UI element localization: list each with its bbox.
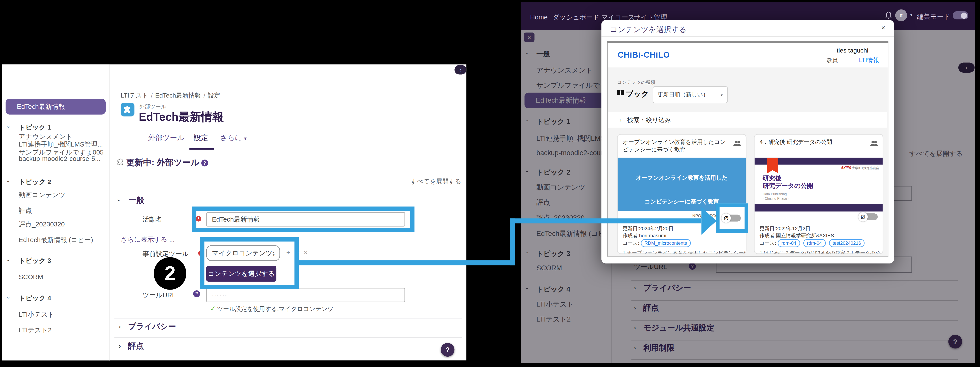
sidebar-item[interactable]: backup-moodle2-course-5... bbox=[19, 155, 100, 162]
annotation-highlight-toggle: ∅ bbox=[716, 203, 748, 233]
show-more-link[interactable]: さらに表示する ... bbox=[121, 235, 175, 244]
card-courses: コース: rdm-04 rdm-04 test20240216 bbox=[759, 239, 867, 247]
activity-name-label: 活動名 bbox=[142, 215, 162, 224]
link-off-icon: ∅ bbox=[721, 214, 731, 223]
modal-title: コンテンツを選択する bbox=[610, 24, 687, 35]
card-title: オープンオンライン教育を活用したコンピテンシーに基づく教育 bbox=[623, 139, 730, 153]
chevron-right-icon[interactable]: › bbox=[119, 342, 121, 349]
lti-info-link[interactable]: LTI情報 bbox=[859, 56, 879, 64]
ribbon-icon bbox=[767, 158, 778, 174]
nav-home[interactable]: Home bbox=[530, 13, 548, 21]
content-card[interactable]: オープンオンライン教育を活用したコンピテンシーに基づく教育 オープンオンライン教… bbox=[617, 134, 746, 254]
expand-all-link[interactable]: すべてを展開する bbox=[410, 177, 461, 186]
content-card[interactable]: 4．研究後 研究データの公開 AXIES 大学ICT推進協議会 研究後研究データ… bbox=[754, 134, 883, 254]
tool-status-text: ✓ツール設定を使用する:マイクロコンテンツ bbox=[210, 305, 334, 314]
card-creator: 作成者:国立情報学研究所&AXIES bbox=[759, 232, 834, 239]
provider-header: CHiBi-CHiLO ties taguchi 教員 LTI情報 bbox=[608, 43, 888, 68]
collapse-drawer-button[interactable]: ‹ bbox=[454, 65, 466, 75]
puzzle-icon bbox=[117, 158, 124, 166]
chevron-down-icon[interactable]: › bbox=[8, 124, 10, 130]
card-updated: 更新日:2022年12月2日 bbox=[759, 225, 810, 232]
tab-more[interactable]: さらに ▾ bbox=[220, 133, 247, 143]
chevron-down-icon: ▾ bbox=[721, 93, 723, 97]
sidebar-topic[interactable]: トピック 4 bbox=[19, 294, 51, 303]
help-icon[interactable]: ? bbox=[201, 160, 208, 166]
chevron-right-icon[interactable]: › bbox=[119, 323, 121, 330]
search-filter-toggle[interactable]: › 検索・絞り込み bbox=[608, 112, 887, 128]
sidebar-topic[interactable]: トピック 1 bbox=[19, 123, 51, 132]
screenshot-stage: アナウンスメント サンプルファイルですよ005 EdTech最新情報 › トピッ… bbox=[0, 0, 980, 367]
active-tab-underline bbox=[189, 148, 214, 150]
section-grade[interactable]: 評点 bbox=[128, 341, 144, 351]
link-off-icon: ∅ bbox=[858, 212, 868, 222]
sidebar-item[interactable]: LTI小テスト bbox=[19, 310, 54, 319]
step-2-badge: 2 bbox=[154, 257, 186, 290]
book-icon bbox=[616, 89, 625, 96]
preset-tool-label: 事前設定ツール bbox=[142, 250, 189, 258]
sidebar-topic[interactable]: トピック 3 bbox=[19, 257, 51, 265]
page-title: EdTech最新情報 bbox=[139, 110, 224, 124]
tab-external-tool[interactable]: 外部ツール bbox=[148, 133, 185, 143]
annotation-arrow-segment bbox=[510, 219, 515, 265]
sidebar-item[interactable]: SCORM bbox=[19, 273, 43, 280]
annotation-arrow-head bbox=[701, 207, 716, 235]
course-chip[interactable]: rdm-04 bbox=[803, 239, 826, 247]
course-chip[interactable]: RDM_microcontents bbox=[641, 239, 691, 247]
avatar[interactable]: tt bbox=[895, 10, 907, 21]
right-moodle-panel: Home ダッシュボード マイコース サイト管理 tt ▾ 編集モード × › … bbox=[521, 2, 975, 363]
card-description: 1 はじめに 2 データの公開可否の決定 2.1 データの公 bbox=[759, 250, 880, 254]
delete-tool-icon[interactable]: × bbox=[304, 249, 307, 256]
chevron-down-icon: ▾ bbox=[244, 136, 247, 142]
toggle-knob bbox=[961, 12, 967, 18]
tab-settings[interactable]: 設定 bbox=[194, 133, 208, 143]
content-type-value: ブック bbox=[626, 89, 649, 99]
nav-dashboard[interactable]: ダッシュボード bbox=[553, 13, 600, 22]
chevron-down-icon[interactable]: › bbox=[8, 178, 10, 185]
sidebar-item[interactable]: EdTech最新情報 (コピー) bbox=[19, 236, 93, 245]
annotation-arrow-segment bbox=[510, 219, 702, 223]
sort-select[interactable]: 更新日順（新しい） ▾ bbox=[652, 86, 727, 103]
tool-url-input[interactable]: · ·· · ··· bbox=[206, 288, 405, 302]
sidebar-item[interactable]: LTIテスト2 bbox=[19, 326, 52, 335]
people-icon bbox=[870, 140, 878, 146]
people-icon bbox=[733, 140, 741, 146]
user-role: 教員 bbox=[827, 57, 838, 64]
link-toggle[interactable]: ∅ bbox=[721, 214, 744, 223]
sidebar-item[interactable]: LTI連携手順_機関LMS管理... bbox=[19, 140, 103, 149]
chevron-down-icon[interactable]: › bbox=[118, 197, 120, 203]
section-privacy[interactable]: プライバシー bbox=[128, 322, 176, 332]
course-index-sidebar: アナウンスメント サンプルファイルですよ005 EdTech最新情報 › トピッ… bbox=[2, 64, 110, 361]
link-toggle[interactable]: ∅ bbox=[858, 212, 881, 222]
bell-icon[interactable] bbox=[885, 11, 893, 19]
external-tool-icon bbox=[121, 103, 134, 116]
card-thumbnail: AXIES 大学ICT推進協議会 研究後研究データの公開 Data Publis… bbox=[754, 158, 883, 211]
card-thumbnail: オープンオンライン教育を活用した コンピテンシーに基づく教育 bbox=[617, 158, 746, 211]
check-icon: ✓ bbox=[210, 305, 216, 312]
axies-logo: AXIES 大学ICT推進協議会 bbox=[841, 166, 879, 169]
edit-mode-toggle[interactable] bbox=[953, 11, 968, 19]
course-chip[interactable]: rdm-04 bbox=[778, 239, 800, 247]
annotation-highlight-select-content bbox=[200, 237, 299, 289]
sidebar-item[interactable]: 動画コンテンツ bbox=[19, 191, 65, 200]
sidebar-item[interactable]: 評点_20230320 bbox=[19, 220, 65, 229]
chevron-down-icon[interactable]: › bbox=[8, 257, 10, 263]
sidebar-item-active[interactable]: EdTech最新情報 bbox=[6, 99, 106, 115]
provider-logo: CHiBi-CHiLO bbox=[617, 50, 670, 60]
chevron-right-icon: › bbox=[619, 117, 622, 123]
help-fab-button[interactable]: ? bbox=[441, 343, 454, 357]
sidebar-item[interactable]: 評点 bbox=[19, 207, 32, 215]
section-general[interactable]: 一般 bbox=[129, 195, 145, 206]
sidebar-topic[interactable]: トピック 2 bbox=[19, 178, 51, 187]
breadcrumb[interactable]: LTIテスト/EdTech最新情報/設定 bbox=[121, 91, 220, 100]
help-icon[interactable]: ? bbox=[193, 290, 200, 297]
course-chip[interactable]: test20240216 bbox=[829, 239, 865, 247]
close-icon[interactable]: × bbox=[881, 24, 885, 31]
card-description: 1 オープンオンライン教育を活用したコンピテンシーに bbox=[623, 250, 746, 254]
chevron-down-icon[interactable]: ▾ bbox=[910, 13, 912, 18]
form-heading: 更新中: 外部ツール? bbox=[126, 157, 208, 168]
annotation-highlight-activity-name bbox=[192, 207, 414, 232]
user-name: ties taguchi bbox=[837, 47, 868, 54]
card-title: 4．研究後 研究データの公開 bbox=[759, 139, 867, 146]
chevron-down-icon[interactable]: › bbox=[8, 295, 10, 301]
card-updated: 更新日:2024年2月20日 bbox=[623, 225, 673, 232]
